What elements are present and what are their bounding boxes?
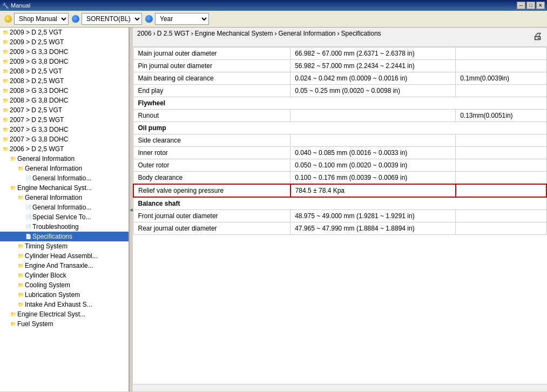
- breadcrumb-text: 2006›D 2.5 WGT›Engine Mechanical System›…: [137, 30, 533, 37]
- sidebar-item-label: 2009 > D 2,5 VGT: [10, 29, 62, 36]
- shop-manual-select[interactable]: Shop Manual: [14, 13, 69, 25]
- horizontal-scrollbar[interactable]: [133, 384, 547, 391]
- folder-icon: 📁: [1, 145, 10, 153]
- breadcrumb-part-4: Specifications: [341, 30, 381, 37]
- spec-name-cell: Main journal outer diameter: [133, 48, 291, 60]
- dot-blue-1: [72, 15, 79, 23]
- sidebar-item-s8[interactable]: 📁2008 > G 3,8 DOHC: [0, 96, 129, 105]
- folder-icon: 📁: [16, 290, 25, 299]
- window-controls[interactable]: ─ □ ✕: [517, 2, 545, 9]
- spec-limit-cell: [456, 210, 546, 222]
- sidebar-item-s9[interactable]: 📁2007 > D 2,5 VGT: [0, 105, 129, 115]
- folder-icon: 📁: [1, 67, 10, 76]
- spec-value-cell: 48.975 ~ 49.000 mm (1.9281 ~ 1.9291 in): [291, 210, 456, 222]
- table-row: Rear journal outer diameter47.965 ~ 47.9…: [133, 222, 546, 235]
- sidebar-item-s23[interactable]: 📁Timing System: [0, 241, 129, 251]
- spec-value-cell: [291, 110, 456, 122]
- toolbar: Shop Manual SORENTO(BL) Year: [0, 11, 547, 28]
- sidebar-item-label: Engine Electrical Syst...: [17, 310, 85, 318]
- sidebar-item-label: General Information: [17, 155, 75, 163]
- spec-value-cell: [291, 134, 456, 147]
- sidebar-item-s13[interactable]: 📁2006 > D 2,5 WGT: [0, 144, 129, 154]
- spec-limit-cell: [456, 184, 546, 197]
- section-header-cell: Oil pump: [133, 122, 546, 134]
- sidebar: 📁2009 > D 2,5 VGT📁2009 > D 2,5 WGT📁2009 …: [0, 28, 130, 391]
- sidebar-item-label: General Informatio...: [32, 174, 91, 182]
- folder-icon: 📁: [16, 252, 25, 260]
- spec-limit-cell: [456, 60, 546, 72]
- year-select[interactable]: Year: [155, 13, 209, 25]
- breadcrumb-sep: ›: [191, 30, 193, 37]
- spec-limit-cell: [456, 222, 546, 235]
- sidebar-item-s20[interactable]: 📄Special Service To...: [0, 212, 129, 222]
- sidebar-item-s3[interactable]: 📁2009 > G 3,3 DOHC: [0, 47, 129, 57]
- sidebar-item-s5[interactable]: 📁2008 > D 2,5 VGT: [0, 66, 129, 76]
- breadcrumb: 2006›D 2.5 WGT›Engine Mechanical System›…: [133, 28, 547, 47]
- table-row: Front journal outer diameter48.975 ~ 49.…: [133, 210, 546, 222]
- folder-icon: 📁: [9, 320, 17, 328]
- print-icon[interactable]: 🖨: [533, 31, 543, 42]
- sidebar-item-s15[interactable]: 📁General Information: [0, 164, 129, 173]
- folder-icon: 📁: [16, 281, 25, 289]
- spec-value-cell: 784.5 ± 78.4 Kpa: [291, 184, 456, 197]
- sidebar-item-s2[interactable]: 📁2009 > D 2,5 WGT: [0, 37, 129, 47]
- folder-icon: 📁: [16, 261, 25, 270]
- sidebar-item-s29[interactable]: 📁Intake And Exhaust S...: [0, 300, 129, 309]
- sidebar-item-label: Special Service To...: [32, 213, 91, 221]
- folder-icon: 📁: [1, 57, 10, 66]
- table-row: Oil pump: [133, 122, 546, 134]
- sidebar-item-label: 2008 > G 3,8 DOHC: [10, 97, 68, 104]
- model-select[interactable]: SORENTO(BL): [82, 13, 142, 25]
- folder-icon: 📁: [1, 28, 10, 37]
- sidebar-item-s25[interactable]: 📁Engine And Transaxle...: [0, 261, 129, 271]
- spec-value-cell: 56.982 ~ 57.000 mm (2.2434 ~ 2.2441 in): [291, 60, 456, 72]
- sidebar-item-s19[interactable]: 📄General Informatio...: [0, 202, 129, 212]
- maximize-button[interactable]: □: [526, 2, 535, 9]
- sidebar-item-s28[interactable]: 📁Lubrication System: [0, 290, 129, 300]
- spec-name-cell: Runout: [133, 110, 291, 122]
- sidebar-item-label: 2007 > D 2,5 VGT: [10, 106, 62, 114]
- sidebar-item-s1[interactable]: 📁2009 > D 2,5 VGT: [0, 28, 129, 37]
- minimize-button[interactable]: ─: [517, 2, 525, 9]
- sidebar-item-label: Timing System: [25, 242, 67, 250]
- section-header-cell: Flywheel: [133, 97, 546, 110]
- sidebar-item-s12[interactable]: 📁2007 > G 3,8 DOHC: [0, 134, 129, 144]
- dot-yellow-1: [4, 15, 12, 23]
- sidebar-item-s18[interactable]: 📁General Information: [0, 193, 129, 202]
- spec-limit-cell: [456, 48, 546, 60]
- sidebar-item-s10[interactable]: 📁2007 > D 2,5 WGT: [0, 115, 129, 125]
- breadcrumb-part-0: 2006: [137, 30, 152, 37]
- sidebar-item-s31[interactable]: 📁Fuel System: [0, 319, 129, 329]
- sidebar-item-s27[interactable]: 📁Cooling System: [0, 280, 129, 290]
- sidebar-item-label: Troubleshooting: [32, 223, 79, 231]
- app-icon: 🔧: [2, 3, 9, 9]
- folder-icon: 📁: [9, 184, 17, 192]
- spec-limit-cell: [456, 134, 546, 147]
- sidebar-item-s11[interactable]: 📁2007 > G 3,3 DOHC: [0, 125, 129, 134]
- sidebar-item-label: 2008 > D 2,5 VGT: [10, 67, 62, 75]
- sidebar-item-label: General Information: [25, 165, 82, 172]
- doc-icon: 📄: [24, 213, 32, 221]
- sidebar-item-label: Intake And Exhaust S...: [25, 301, 92, 308]
- spec-limit-cell: 0.1mm(0.0039in): [456, 72, 546, 85]
- sidebar-item-s21[interactable]: 📄Troubleshooting: [0, 222, 129, 232]
- folder-icon: 📁: [1, 48, 10, 56]
- sidebar-item-s4[interactable]: 📁2009 > G 3,8 DOHC: [0, 57, 129, 66]
- spec-limit-cell: [456, 159, 546, 172]
- table-row: End play0.05 ~ 0.25 mm (0.0020 ~ 0.0098 …: [133, 85, 546, 97]
- sidebar-item-s17[interactable]: 📁Engine Mechanical Syst...: [0, 183, 129, 193]
- sidebar-item-s30[interactable]: 📁Engine Electrical Syst...: [0, 309, 129, 319]
- sidebar-item-s14[interactable]: 📁General Information: [0, 154, 129, 164]
- sidebar-item-s7[interactable]: 📁2008 > G 3,3 DOHC: [0, 86, 129, 96]
- folder-icon: 📁: [9, 310, 17, 319]
- sidebar-item-label: Engine Mechanical Syst...: [17, 184, 92, 192]
- sidebar-item-s22[interactable]: 📄Specifications: [0, 232, 129, 241]
- year-selector: Year: [145, 13, 209, 25]
- spec-name-cell: Outer rotor: [133, 159, 291, 172]
- folder-icon: 📁: [16, 193, 25, 202]
- sidebar-item-s16[interactable]: 📄General Informatio...: [0, 173, 129, 183]
- close-button[interactable]: ✕: [536, 2, 545, 9]
- sidebar-item-s6[interactable]: 📁2008 > D 2,5 WGT: [0, 76, 129, 86]
- sidebar-item-s24[interactable]: 📁Cylinder Head Assembl...: [0, 251, 129, 261]
- sidebar-item-s26[interactable]: 📁Cylinder Block: [0, 271, 129, 280]
